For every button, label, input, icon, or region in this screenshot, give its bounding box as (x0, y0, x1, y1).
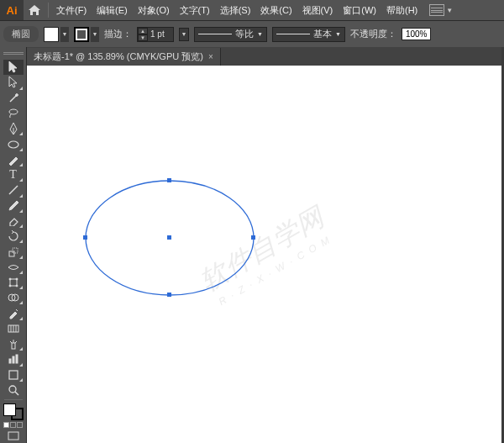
stroke-weight-input[interactable]: ▲▼ 1 pt (137, 27, 174, 42)
opacity-label: 不透明度： (350, 28, 396, 40)
eraser-tool[interactable] (3, 214, 24, 229)
document-area: 未标题-1* @ 135.89% (CMYK/GPU 预览) × 软件自学网 R… (27, 47, 504, 443)
canvas[interactable]: 软件自学网 R · Z · X · W · C O M (27, 66, 504, 443)
chevron-down-icon[interactable]: ▼ (179, 28, 189, 41)
home-icon[interactable] (24, 5, 45, 15)
workspace-switcher-icon[interactable] (429, 4, 444, 16)
pen-tool[interactable] (3, 121, 24, 136)
svg-rect-23 (8, 432, 18, 440)
tools-panel: T (0, 47, 27, 443)
gradient-tool[interactable] (3, 321, 24, 336)
fill-chip-icon (3, 403, 16, 416)
svg-rect-29 (167, 235, 171, 240)
profile-line-icon (198, 34, 232, 34)
artboard-tool[interactable] (3, 367, 24, 382)
arrow-up-icon[interactable]: ▲ (138, 28, 148, 34)
chevron-down-icon[interactable]: ▼ (60, 27, 69, 42)
width-tool[interactable] (3, 260, 24, 275)
arrow-down-icon[interactable]: ▼ (138, 34, 148, 41)
paintbrush-tool[interactable] (3, 152, 24, 167)
stroke-weight-value: 1 pt (148, 29, 173, 39)
chevron-down-icon[interactable]: ▼ (446, 7, 453, 14)
lasso-tool[interactable] (3, 106, 24, 121)
magic-wand-tool[interactable] (3, 91, 24, 106)
eyedropper-tool[interactable] (3, 305, 24, 320)
profile-label: 等比 (235, 28, 254, 40)
chevron-down-icon[interactable]: ▼ (91, 27, 99, 42)
line-tool[interactable] (3, 182, 24, 198)
fill-stroke-chips[interactable] (3, 403, 24, 420)
divider (48, 3, 49, 18)
svg-point-1 (8, 141, 18, 148)
menu-window[interactable]: 窗口(W) (338, 4, 381, 17)
svg-rect-27 (83, 235, 87, 240)
variable-width-profile[interactable]: 等比 ▼ (194, 27, 267, 42)
menu-file[interactable]: 文件(F) (51, 4, 92, 17)
svg-rect-18 (13, 356, 14, 363)
chevron-down-icon: ▼ (335, 31, 341, 37)
chevron-down-icon: ▼ (257, 31, 263, 37)
rotate-tool[interactable] (3, 229, 24, 244)
screen-mode-button[interactable] (3, 430, 24, 443)
svg-rect-16 (12, 343, 15, 349)
menu-bar: Ai 文件(F) 编辑(E) 对象(O) 文字(T) 选择(S) 效果(C) 视… (0, 0, 504, 20)
gradient-mode-icon (10, 422, 16, 428)
svg-point-8 (9, 285, 11, 287)
app-logo: Ai (0, 0, 24, 20)
options-bar: 椭圆 ▼ ▼ 描边： ▲▼ 1 pt ▼ 等比 ▼ 基本 ▼ 不透明度： 100… (0, 20, 504, 47)
svg-point-21 (9, 386, 16, 393)
brush-definition[interactable]: 基本 ▼ (272, 27, 345, 42)
direct-selection-tool[interactable] (3, 75, 24, 90)
brush-line-icon (276, 34, 310, 34)
svg-rect-17 (9, 359, 11, 363)
svg-point-6 (9, 278, 11, 280)
menu-view[interactable]: 视图(V) (297, 4, 339, 17)
color-mode-row[interactable] (3, 422, 23, 428)
svg-line-2 (9, 186, 18, 194)
scale-tool[interactable] (3, 244, 24, 259)
close-icon[interactable]: × (208, 52, 213, 61)
menu-type[interactable]: 文字(T) (175, 4, 215, 17)
type-tool[interactable]: T (3, 167, 24, 182)
pencil-tool[interactable] (3, 198, 24, 214)
menu-effect[interactable]: 效果(C) (255, 4, 297, 17)
stroke-swatch[interactable]: ▼ (74, 27, 99, 42)
svg-rect-20 (9, 371, 18, 379)
svg-rect-25 (167, 178, 171, 182)
stroke-color-icon (74, 27, 89, 42)
menu-edit[interactable]: 编辑(E) (92, 4, 133, 17)
divider (4, 399, 23, 400)
menu-help[interactable]: 帮助(H) (381, 4, 423, 17)
fill-color-icon (44, 27, 59, 42)
svg-rect-19 (16, 355, 18, 363)
document-tab-bar: 未标题-1* @ 135.89% (CMYK/GPU 预览) × (27, 47, 504, 66)
svg-rect-28 (251, 235, 255, 240)
svg-point-9 (16, 285, 18, 287)
menu-select[interactable]: 选择(S) (215, 4, 256, 17)
svg-rect-4 (13, 248, 18, 253)
brush-label: 基本 (313, 28, 332, 40)
svg-line-22 (15, 392, 18, 395)
column-graph-tool[interactable] (3, 351, 24, 367)
document-tab[interactable]: 未标题-1* @ 135.89% (CMYK/GPU 预览) × (27, 48, 221, 66)
stroke-label: 描边： (104, 28, 132, 40)
symbol-sprayer-tool[interactable] (3, 336, 24, 351)
menu-object[interactable]: 对象(O) (133, 4, 175, 17)
svg-rect-3 (9, 251, 14, 256)
svg-point-7 (16, 278, 18, 280)
opacity-value[interactable]: 100% (402, 28, 432, 40)
zoom-tool[interactable] (3, 382, 24, 398)
selection-tool[interactable] (3, 60, 24, 75)
svg-rect-26 (167, 293, 171, 297)
artwork-ellipse[interactable] (27, 66, 504, 443)
svg-point-0 (9, 109, 18, 114)
svg-rect-5 (10, 279, 17, 286)
shape-builder-tool[interactable] (3, 290, 24, 305)
none-mode-icon (17, 422, 23, 428)
ellipse-tool[interactable] (3, 136, 24, 151)
panel-grip-icon[interactable] (3, 52, 24, 56)
fill-swatch[interactable]: ▼ (44, 27, 69, 42)
free-transform-tool[interactable] (3, 275, 24, 290)
active-tool-label: 椭圆 (3, 26, 39, 42)
color-mode-icon (3, 422, 9, 428)
